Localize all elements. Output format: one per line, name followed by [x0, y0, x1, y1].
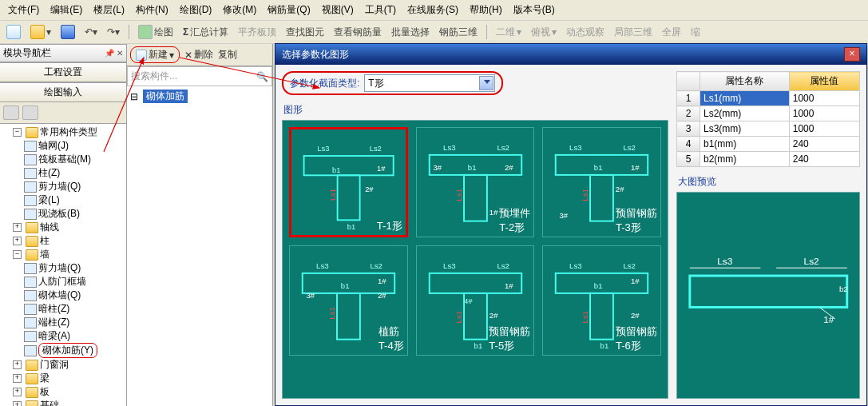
folder-icon: [26, 249, 38, 261]
tree-item: 暗梁(A): [38, 329, 70, 343]
shape-label: T-1形: [377, 219, 402, 233]
tb-new[interactable]: [3, 24, 24, 40]
tree-item: 梁(L): [38, 193, 60, 207]
svg-rect-10: [464, 175, 487, 221]
new-icon: [136, 50, 147, 61]
svg-text:b1: b1: [347, 223, 355, 231]
tb-top[interactable]: 俯视▾: [528, 25, 560, 40]
search-input[interactable]: 搜索构件... 🔍: [127, 66, 272, 86]
nav-tree[interactable]: −常用构件类型 轴网(J) 筏板基础(M) 柱(Z) 剪力墙(Q) 梁(L) 现…: [0, 123, 126, 406]
draw-icon: [138, 25, 153, 39]
shape-label: 预留钢筋T-3形: [616, 206, 657, 235]
svg-rect-54: [690, 276, 847, 307]
tree-group: 柱: [40, 234, 50, 248]
dialog-titlebar[interactable]: 选择参数化图形 ×: [275, 44, 866, 65]
svg-text:b1: b1: [332, 166, 340, 174]
svg-text:Ls3: Ls3: [569, 262, 582, 271]
wall-icon: [24, 331, 37, 342]
property-table[interactable]: 属性名称属性值 1Ls1(mm)1000 2Ls2(mm)1000 3Ls3(m…: [676, 71, 860, 167]
wall-icon: [24, 290, 37, 301]
tb-flat[interactable]: 平齐板顶: [235, 25, 279, 40]
tb-batch[interactable]: 批量选择: [388, 25, 433, 40]
shape-t2[interactable]: Ls3Ls2 3#b12# Ls1 1# 预埋件T-2形: [416, 127, 535, 237]
svg-text:2#: 2#: [616, 185, 624, 194]
svg-text:Ls1: Ls1: [454, 311, 463, 324]
menu-help[interactable]: 帮助(H): [465, 2, 507, 18]
dialog-title: 选择参数化图形: [282, 48, 349, 62]
tb-calc[interactable]: Σ 汇总计算: [180, 25, 232, 40]
nav-panel: 模块导航栏 📌 ✕ 工程设置 绘图输入 −常用构件类型 轴网(J) 筏板基础(M…: [0, 44, 127, 406]
svg-rect-28: [337, 293, 360, 340]
svg-text:Ls2: Ls2: [803, 256, 818, 267]
menu-view[interactable]: 视图(V): [317, 2, 359, 18]
tb-zoom[interactable]: 缩: [688, 25, 704, 40]
nav-tab-project[interactable]: 工程设置: [0, 62, 126, 82]
shape-t5[interactable]: Ls3Ls2 4#1# 2# Ls1 b1 预留钢筋T-5形: [416, 245, 535, 356]
menu-draw[interactable]: 绘图(D): [175, 2, 217, 18]
tree-group: 轴线: [40, 221, 59, 234]
nav-tool-1[interactable]: [3, 105, 19, 120]
tb-open[interactable]: ▾: [27, 24, 54, 40]
tb-redo[interactable]: ↷▾: [104, 26, 123, 38]
open-icon: [30, 25, 45, 39]
shapes-label: 图形: [283, 103, 668, 117]
svg-text:b1: b1: [594, 164, 603, 173]
tb-rebar[interactable]: 查看钢筋量: [331, 25, 385, 40]
tb-full[interactable]: 全屏: [659, 25, 684, 40]
nav-tab-draw[interactable]: 绘图输入: [0, 82, 126, 102]
tb-rebar3d[interactable]: 钢筋三维: [436, 25, 481, 40]
menu-edit[interactable]: 编辑(E): [46, 2, 87, 18]
svg-text:Ls1: Ls1: [327, 308, 336, 320]
svg-text:1#: 1#: [378, 277, 386, 286]
nav-tool-2[interactable]: [22, 105, 38, 120]
menu-modify[interactable]: 修改(M): [218, 2, 261, 18]
svg-text:1#: 1#: [631, 164, 640, 173]
shape-dialog: 选择参数化图形 × 参数化截面类型: T形 图形 Ls3L: [275, 43, 867, 406]
delete-button[interactable]: ✕删除: [184, 48, 213, 62]
section-type-combo[interactable]: T形: [364, 74, 495, 92]
svg-text:Ls3: Ls3: [569, 144, 582, 153]
shape-t4[interactable]: Ls3Ls2 3#b12# 1# Ls1 植筋T-4形: [289, 245, 408, 356]
menu-online[interactable]: 在线服务(S): [402, 2, 463, 18]
menu-version[interactable]: 版本号(B): [509, 2, 560, 18]
shape-t6[interactable]: Ls3Ls2 1#b1 2# Ls1 b1 预留钢筋T-6形: [542, 245, 661, 356]
svg-text:Ls3: Ls3: [717, 256, 732, 267]
nav-toolbar: [0, 102, 126, 123]
component-item[interactable]: ⊟ 砌体加筋: [130, 90, 269, 103]
copy-button[interactable]: 复制: [218, 48, 237, 62]
menu-file[interactable]: 文件(F): [3, 2, 44, 18]
beam-icon: [24, 195, 37, 206]
svg-text:2#: 2#: [378, 291, 386, 300]
svg-text:Ls2: Ls2: [497, 144, 509, 153]
tb-local3d[interactable]: 局部三维: [611, 25, 656, 40]
component-item-label: 砌体加筋: [143, 90, 188, 103]
svg-text:b1: b1: [600, 342, 609, 351]
prop-value: 240: [789, 137, 859, 152]
tree-group: 基础: [40, 399, 59, 406]
pin-icon[interactable]: 📌 ✕: [105, 49, 123, 58]
prop-name: Ls2(mm): [700, 106, 790, 121]
tb-draw[interactable]: 绘图: [135, 24, 176, 40]
tb-save[interactable]: [57, 24, 78, 40]
menu-tools[interactable]: 工具(T): [360, 2, 401, 18]
svg-text:Ls1: Ls1: [581, 311, 589, 324]
close-button[interactable]: ×: [844, 47, 860, 62]
menu-rebar[interactable]: 钢筋量(Q): [263, 2, 315, 18]
tree-item-selected: 砌体加筋(Y): [38, 343, 97, 358]
param-highlight: 参数化截面类型: T形: [282, 71, 503, 95]
tb-find[interactable]: 查找图元: [283, 25, 327, 40]
menu-component[interactable]: 构件(N): [131, 2, 173, 18]
tree-item: 现浇板(B): [38, 207, 80, 221]
tb-2d[interactable]: 二维▾: [493, 25, 525, 40]
shape-t3[interactable]: Ls3Ls2 b11# Ls1 3#2# 预留钢筋T-3形: [542, 127, 661, 237]
folder-icon: [26, 236, 38, 247]
tree-root: 常用构件类型: [40, 125, 97, 139]
menu-floor[interactable]: 楼层(L): [89, 2, 129, 18]
svg-text:4#: 4#: [464, 297, 473, 306]
tb-undo[interactable]: ↶▾: [81, 26, 101, 38]
prop-name: Ls1(mm): [700, 91, 790, 106]
tb-dyn[interactable]: 动态观察: [563, 25, 608, 40]
prop-value: 240: [789, 152, 859, 167]
shape-t1[interactable]: Ls3Ls2 b1 1#2# b1 Ls1 T-1形: [289, 127, 408, 237]
new-button[interactable]: 新建▾: [130, 46, 180, 63]
